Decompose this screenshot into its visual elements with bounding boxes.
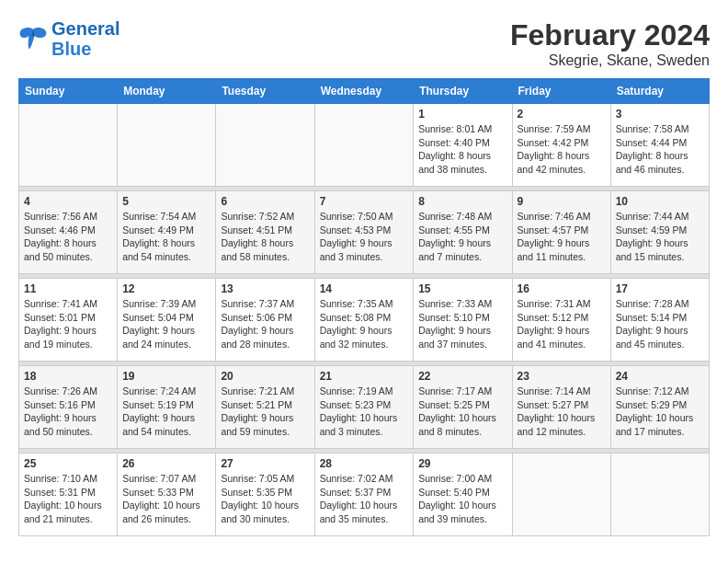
calendar-cell: 21Sunrise: 7:19 AM Sunset: 5:23 PM Dayli… <box>314 366 414 449</box>
header-thursday: Thursday <box>414 79 512 104</box>
day-info: Sunrise: 7:24 AM Sunset: 5:19 PM Dayligh… <box>122 385 210 439</box>
day-info: Sunrise: 7:12 AM Sunset: 5:29 PM Dayligh… <box>616 385 704 439</box>
calendar-cell: 19Sunrise: 7:24 AM Sunset: 5:19 PM Dayli… <box>118 366 216 449</box>
day-number: 14 <box>320 282 409 295</box>
week-row-2: 4Sunrise: 7:56 AM Sunset: 4:46 PM Daylig… <box>19 191 710 274</box>
day-info: Sunrise: 7:44 AM Sunset: 4:59 PM Dayligh… <box>616 210 704 264</box>
day-number: 25 <box>24 457 112 470</box>
day-number: 27 <box>221 457 309 470</box>
day-number: 24 <box>616 370 704 383</box>
day-number: 16 <box>518 282 606 295</box>
day-info: Sunrise: 7:39 AM Sunset: 5:04 PM Dayligh… <box>122 297 210 351</box>
calendar-cell: 6Sunrise: 7:52 AM Sunset: 4:51 PM Daylig… <box>216 191 314 274</box>
day-number: 10 <box>616 195 704 208</box>
day-number: 11 <box>24 282 112 295</box>
day-info: Sunrise: 7:10 AM Sunset: 5:31 PM Dayligh… <box>24 472 112 526</box>
logo: General Blue <box>18 18 119 59</box>
header-tuesday: Tuesday <box>216 79 314 104</box>
calendar-header-row: SundayMondayTuesdayWednesdayThursdayFrid… <box>19 79 710 104</box>
day-number: 9 <box>518 195 606 208</box>
header-wednesday: Wednesday <box>314 79 414 104</box>
calendar-cell: 9Sunrise: 7:46 AM Sunset: 4:57 PM Daylig… <box>512 191 610 274</box>
day-info: Sunrise: 7:02 AM Sunset: 5:37 PM Dayligh… <box>320 472 409 526</box>
page-title: February 2024 <box>510 18 710 52</box>
day-number: 19 <box>122 370 210 383</box>
day-info: Sunrise: 7:19 AM Sunset: 5:23 PM Dayligh… <box>320 385 409 439</box>
header-friday: Friday <box>512 79 610 104</box>
day-number: 22 <box>418 370 506 383</box>
day-info: Sunrise: 7:54 AM Sunset: 4:49 PM Dayligh… <box>122 210 210 264</box>
day-info: Sunrise: 7:37 AM Sunset: 5:06 PM Dayligh… <box>221 297 309 351</box>
week-row-3: 11Sunrise: 7:41 AM Sunset: 5:01 PM Dayli… <box>19 279 710 362</box>
day-number: 13 <box>221 282 309 295</box>
calendar-cell: 12Sunrise: 7:39 AM Sunset: 5:04 PM Dayli… <box>118 279 216 362</box>
day-number: 1 <box>418 108 506 121</box>
day-info: Sunrise: 7:00 AM Sunset: 5:40 PM Dayligh… <box>418 472 506 526</box>
logo-icon <box>18 26 48 52</box>
day-number: 23 <box>518 370 606 383</box>
day-info: Sunrise: 7:56 AM Sunset: 4:46 PM Dayligh… <box>24 210 112 264</box>
day-info: Sunrise: 8:01 AM Sunset: 4:40 PM Dayligh… <box>418 122 506 177</box>
day-number: 6 <box>221 195 309 208</box>
calendar-cell: 20Sunrise: 7:21 AM Sunset: 5:21 PM Dayli… <box>216 366 314 449</box>
calendar-cell: 11Sunrise: 7:41 AM Sunset: 5:01 PM Dayli… <box>19 279 118 362</box>
day-number: 17 <box>616 282 704 295</box>
day-number: 2 <box>518 108 606 121</box>
day-info: Sunrise: 7:46 AM Sunset: 4:57 PM Dayligh… <box>518 210 606 264</box>
calendar-cell <box>512 454 610 536</box>
day-info: Sunrise: 7:17 AM Sunset: 5:25 PM Dayligh… <box>418 385 506 439</box>
day-info: Sunrise: 7:33 AM Sunset: 5:10 PM Dayligh… <box>418 297 506 351</box>
week-row-1: 1Sunrise: 8:01 AM Sunset: 4:40 PM Daylig… <box>19 104 710 187</box>
day-info: Sunrise: 7:28 AM Sunset: 5:14 PM Dayligh… <box>616 297 704 351</box>
calendar-cell <box>610 454 709 536</box>
calendar-cell: 8Sunrise: 7:48 AM Sunset: 4:55 PM Daylig… <box>414 191 512 274</box>
day-info: Sunrise: 7:52 AM Sunset: 4:51 PM Dayligh… <box>221 210 309 264</box>
day-number: 21 <box>320 370 409 383</box>
day-number: 18 <box>24 370 112 383</box>
calendar-cell <box>216 104 314 187</box>
calendar-cell: 4Sunrise: 7:56 AM Sunset: 4:46 PM Daylig… <box>19 191 118 274</box>
day-number: 29 <box>418 457 506 470</box>
day-info: Sunrise: 7:59 AM Sunset: 4:42 PM Dayligh… <box>518 122 606 177</box>
day-number: 28 <box>320 457 409 470</box>
day-number: 15 <box>418 282 506 295</box>
logo-text-block: General Blue <box>51 18 119 59</box>
week-row-5: 25Sunrise: 7:10 AM Sunset: 5:31 PM Dayli… <box>19 454 710 536</box>
day-number: 12 <box>122 282 210 295</box>
calendar-cell: 22Sunrise: 7:17 AM Sunset: 5:25 PM Dayli… <box>414 366 512 449</box>
calendar-cell: 18Sunrise: 7:26 AM Sunset: 5:16 PM Dayli… <box>19 366 118 449</box>
header-sunday: Sunday <box>19 79 118 104</box>
day-info: Sunrise: 7:41 AM Sunset: 5:01 PM Dayligh… <box>24 297 112 351</box>
calendar-cell: 25Sunrise: 7:10 AM Sunset: 5:31 PM Dayli… <box>19 454 118 536</box>
day-number: 8 <box>418 195 506 208</box>
calendar-cell <box>19 104 118 187</box>
calendar-cell: 24Sunrise: 7:12 AM Sunset: 5:29 PM Dayli… <box>610 366 709 449</box>
calendar-cell: 13Sunrise: 7:37 AM Sunset: 5:06 PM Dayli… <box>216 279 314 362</box>
calendar-cell <box>118 104 216 187</box>
calendar-cell: 29Sunrise: 7:00 AM Sunset: 5:40 PM Dayli… <box>414 454 512 536</box>
page-subtitle: Skegrie, Skane, Sweden <box>510 52 710 69</box>
day-info: Sunrise: 7:07 AM Sunset: 5:33 PM Dayligh… <box>122 472 210 526</box>
day-info: Sunrise: 7:31 AM Sunset: 5:12 PM Dayligh… <box>518 297 606 351</box>
header-saturday: Saturday <box>610 79 709 104</box>
calendar-cell: 23Sunrise: 7:14 AM Sunset: 5:27 PM Dayli… <box>512 366 610 449</box>
week-row-4: 18Sunrise: 7:26 AM Sunset: 5:16 PM Dayli… <box>19 366 710 449</box>
calendar-cell <box>314 104 414 187</box>
calendar-cell: 26Sunrise: 7:07 AM Sunset: 5:33 PM Dayli… <box>118 454 216 536</box>
day-info: Sunrise: 7:21 AM Sunset: 5:21 PM Dayligh… <box>221 385 309 439</box>
calendar-cell: 5Sunrise: 7:54 AM Sunset: 4:49 PM Daylig… <box>118 191 216 274</box>
calendar-cell: 14Sunrise: 7:35 AM Sunset: 5:08 PM Dayli… <box>314 279 414 362</box>
calendar-cell: 15Sunrise: 7:33 AM Sunset: 5:10 PM Dayli… <box>414 279 512 362</box>
day-number: 7 <box>320 195 409 208</box>
calendar-cell: 2Sunrise: 7:59 AM Sunset: 4:42 PM Daylig… <box>512 104 610 187</box>
day-number: 3 <box>616 108 704 121</box>
day-info: Sunrise: 7:50 AM Sunset: 4:53 PM Dayligh… <box>320 210 409 264</box>
day-number: 4 <box>24 195 112 208</box>
calendar-cell: 3Sunrise: 7:58 AM Sunset: 4:44 PM Daylig… <box>610 104 709 187</box>
logo-name-line1: General <box>51 18 119 39</box>
calendar-cell: 17Sunrise: 7:28 AM Sunset: 5:14 PM Dayli… <box>610 279 709 362</box>
calendar-cell: 16Sunrise: 7:31 AM Sunset: 5:12 PM Dayli… <box>512 279 610 362</box>
title-area: February 2024 Skegrie, Skane, Sweden <box>510 18 710 69</box>
calendar-table: SundayMondayTuesdayWednesdayThursdayFrid… <box>18 78 710 536</box>
calendar-cell: 7Sunrise: 7:50 AM Sunset: 4:53 PM Daylig… <box>314 191 414 274</box>
